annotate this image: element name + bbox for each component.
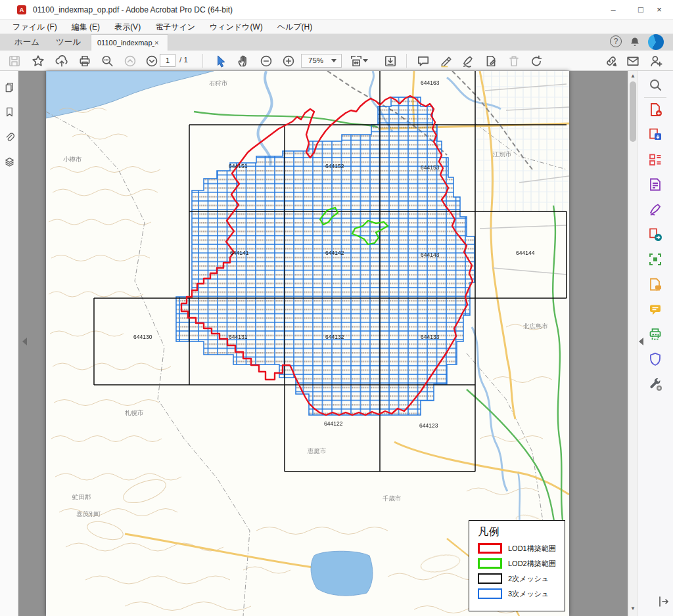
place-label: 江別市 xyxy=(492,150,512,158)
page-number-input[interactable] xyxy=(160,54,175,67)
document-tab-label: 01100_indexmap_op... xyxy=(97,35,154,51)
request-signatures-icon[interactable] xyxy=(648,277,662,292)
protect-icon[interactable] xyxy=(648,352,662,366)
legend-label: 3次メッシュ xyxy=(508,589,549,599)
share-icon[interactable] xyxy=(55,55,68,68)
tab-home[interactable]: ホーム xyxy=(7,34,47,51)
comment-icon[interactable] xyxy=(417,55,430,68)
tab-tools[interactable]: ツール xyxy=(49,34,88,51)
acrobat-logo-icon: A xyxy=(17,5,26,14)
bookmarks-icon[interactable] xyxy=(4,106,15,118)
zoom-caret-icon xyxy=(331,59,336,62)
fit-caret-icon xyxy=(363,59,368,62)
account-avatar[interactable] xyxy=(648,34,664,50)
mesh-code-label: 644131 xyxy=(229,334,248,340)
place-label: 札幌市 xyxy=(124,409,144,416)
scroll-up-icon[interactable]: ▲ xyxy=(630,73,636,79)
menu-esign[interactable]: 電子サイン xyxy=(148,20,202,34)
hand-tool-icon[interactable] xyxy=(237,55,250,68)
layers-icon[interactable] xyxy=(4,156,15,167)
collapse-left-panel-icon[interactable] xyxy=(22,338,27,345)
mesh-code-label: 644144 xyxy=(516,250,535,256)
attachments-icon[interactable] xyxy=(4,131,15,143)
more-tools-icon[interactable] xyxy=(648,377,662,391)
mesh-code-label: 644151 xyxy=(229,163,248,169)
place-label: 喜茂別町 xyxy=(76,510,101,517)
create-pdf-icon[interactable] xyxy=(648,102,662,117)
menu-edit[interactable]: 編集 (E) xyxy=(64,20,107,34)
organize-pages-icon[interactable] xyxy=(648,152,662,167)
export-pdf-icon[interactable] xyxy=(648,127,662,142)
toolbar-separator xyxy=(202,54,203,68)
print-icon[interactable] xyxy=(78,55,91,68)
search-tool-icon[interactable] xyxy=(648,77,662,92)
add-account-icon[interactable] xyxy=(649,55,662,68)
highlight-icon[interactable] xyxy=(439,55,452,68)
reading-mode-icon[interactable] xyxy=(384,55,397,68)
mesh-code-label: 644142 xyxy=(325,250,344,256)
scan-ocr-icon[interactable] xyxy=(648,252,662,267)
next-page-icon[interactable] xyxy=(145,55,158,68)
previous-page-icon[interactable] xyxy=(124,55,137,68)
mesh-code-label: 644153 xyxy=(421,164,440,171)
notifications-bell-icon[interactable] xyxy=(629,36,641,48)
legend-label: LOD1構築範囲 xyxy=(508,544,556,554)
star-icon[interactable] xyxy=(32,55,45,68)
mesh-code-label: 644130 xyxy=(133,334,152,340)
help-icon[interactable]: ? xyxy=(610,35,622,47)
find-icon[interactable] xyxy=(101,55,114,68)
mesh-code-label: 644141 xyxy=(230,250,249,256)
close-button[interactable]: × xyxy=(645,0,673,20)
zoom-in-icon[interactable] xyxy=(282,55,295,68)
window-title: 01100_indexmap_op.pdf - Adobe Acrobat Pr… xyxy=(33,5,233,14)
edit-pdf-tool-icon[interactable] xyxy=(648,177,662,192)
toolbar-separator xyxy=(406,54,407,68)
place-label: 石狩市 xyxy=(209,79,228,87)
zoom-out-icon[interactable] xyxy=(260,55,273,68)
share-link-icon[interactable] xyxy=(605,55,618,68)
mesh-code-label: 644132 xyxy=(325,334,344,340)
legend-item-mesh3: 3次メッシュ xyxy=(478,588,565,599)
vertical-scrollbar[interactable] xyxy=(628,71,638,616)
send-pdf-icon[interactable] xyxy=(648,227,662,242)
delete-icon[interactable] xyxy=(507,55,521,68)
tab-close-icon[interactable]: × xyxy=(154,35,164,51)
menu-view[interactable]: 表示(V) xyxy=(107,20,148,34)
place-label: 虻田郡 xyxy=(72,493,91,500)
scroll-down-icon[interactable]: ▼ xyxy=(630,605,636,611)
menu-file[interactable]: ファイル (F) xyxy=(5,20,64,34)
place-label: 千歳市 xyxy=(383,495,402,502)
lod1-swatch xyxy=(478,543,502,554)
menu-help[interactable]: ヘルプ(H) xyxy=(270,20,320,34)
print-production-icon[interactable] xyxy=(648,327,662,341)
fit-width-icon[interactable] xyxy=(350,55,363,68)
mesh-code-label: 644122 xyxy=(324,420,343,427)
menu-window[interactable]: ウィンドウ(W) xyxy=(202,20,270,34)
comment-tool-icon[interactable] xyxy=(648,302,662,317)
page-thumbnails-icon[interactable] xyxy=(4,81,15,93)
scrollbar-thumb[interactable] xyxy=(630,81,636,142)
fill-sign-icon[interactable] xyxy=(648,202,662,217)
mesh-code-label: 644133 xyxy=(421,334,440,340)
select-tool-icon[interactable] xyxy=(214,55,227,68)
minimize-button[interactable]: – xyxy=(599,0,627,20)
title-bar: A 01100_indexmap_op.pdf - Adobe Acrobat … xyxy=(0,0,673,20)
legend-item-mesh2: 2次メッシュ xyxy=(478,573,565,584)
place-label: 北広島市 xyxy=(523,322,549,330)
mesh-code-label: 644152 xyxy=(325,163,344,169)
save-icon[interactable] xyxy=(8,55,21,68)
email-icon[interactable] xyxy=(626,55,639,68)
tab-document[interactable]: 01100_indexmap_op... × xyxy=(91,34,168,51)
rotate-icon[interactable] xyxy=(530,55,543,68)
mesh-code-label: 644143 xyxy=(421,252,440,258)
left-panel-rail xyxy=(0,71,18,616)
open-panel-icon[interactable] xyxy=(656,594,670,609)
legend-label: LOD2構築範囲 xyxy=(508,559,556,569)
edit-page-icon[interactable] xyxy=(484,55,498,68)
sign-icon[interactable] xyxy=(461,55,475,68)
expand-right-panel-icon[interactable] xyxy=(639,338,643,345)
legend-label: 2次メッシュ xyxy=(508,574,549,584)
menu-bar: ファイル (F) 編集 (E) 表示(V) 電子サイン ウィンドウ(W) ヘルプ… xyxy=(0,20,673,34)
mesh3-swatch xyxy=(478,588,502,599)
place-label: 恵庭市 xyxy=(307,447,327,454)
